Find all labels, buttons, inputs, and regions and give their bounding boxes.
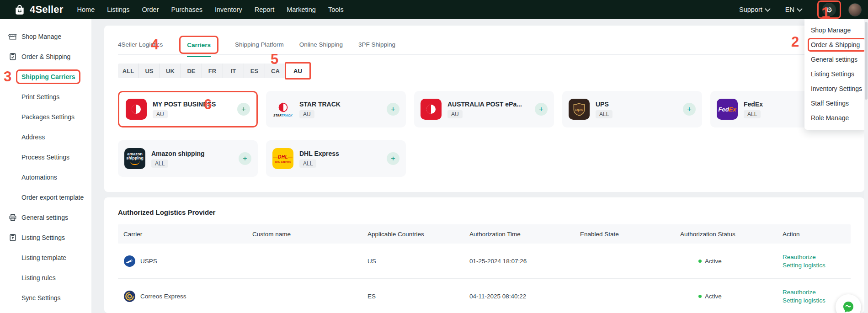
country-filter-us[interactable]: US — [139, 64, 160, 78]
authorized-table: Carrier Custom name Applicable Countries… — [118, 224, 851, 313]
country-filter-au[interactable]: AU — [285, 62, 311, 80]
authorized-panel: Authorized Logistics Provider Carrier Cu… — [104, 197, 864, 313]
carrier-country-tag: AU — [299, 110, 314, 118]
settings-dropdown-menu: Shop Manage Order & Shipping General set… — [804, 19, 867, 130]
chevron-down-icon — [765, 6, 771, 12]
carrier-card-dhl-express[interactable]: —DHL— DHL Express DHL Express ALL + — [266, 140, 406, 177]
carrier-country-tag: ALL — [596, 110, 612, 118]
menu-item-role-manage[interactable]: Role Manage — [804, 111, 867, 125]
country-filter-es[interactable]: ES — [244, 64, 265, 78]
sidebar-item-listing-settings[interactable]: Listing Settings — [0, 228, 91, 248]
table-row: USPS US 01-25-2024 18:07:26 Active Reaut… — [118, 244, 851, 279]
add-carrier-button[interactable]: + — [239, 152, 251, 165]
col-authorization-status: Authorization Status — [675, 231, 777, 238]
tab-3pf-shipping[interactable]: 3PF Shipping — [358, 41, 395, 48]
sidebar-item-shop-manage[interactable]: Shop Manage — [0, 27, 91, 47]
plus-icon: + — [391, 154, 395, 163]
country-filter-de[interactable]: DE — [181, 64, 202, 78]
table-header: Carrier Custom name Applicable Countries… — [118, 224, 851, 244]
nav-item-listings[interactable]: Listings — [107, 6, 129, 13]
listing-clipboard-icon — [8, 233, 17, 242]
nav-item-home[interactable]: Home — [77, 6, 95, 13]
status-dot — [698, 260, 702, 263]
nav-item-order[interactable]: Order — [142, 6, 159, 13]
menu-item-general-settings[interactable]: General settings — [804, 52, 867, 67]
nav-item-inventory[interactable]: Inventory — [215, 6, 242, 13]
sidebar: Shop Manage Order & Shipping Shipping Ca… — [0, 19, 91, 313]
menu-item-listing-settings[interactable]: Listing Settings — [804, 67, 867, 81]
reauthorize-link[interactable]: Reauthorize — [783, 289, 851, 296]
sidebar-item-process-settings[interactable]: Process Settings — [0, 147, 91, 167]
annotation-box-step3: Shipping Carriers — [16, 69, 80, 84]
main-nav: Home Listings Order Purchases Inventory … — [77, 6, 344, 13]
menu-item-inventory-settings[interactable]: Inventory Settings — [804, 81, 867, 96]
tab-shipping-platform[interactable]: Shipping Platform — [235, 41, 284, 48]
country-filter-uk[interactable]: UK — [160, 64, 181, 78]
nav-item-marketing[interactable]: Marketing — [287, 6, 316, 13]
nav-item-tools[interactable]: Tools — [328, 6, 344, 13]
country-filter-fr[interactable]: FR — [202, 64, 223, 78]
scrollbar-thumb[interactable] — [865, 22, 868, 100]
top-nav: 4Seller Home Listings Order Purchases In… — [0, 0, 868, 19]
menu-item-staff-settings[interactable]: Staff Settings — [804, 96, 867, 111]
language-menu[interactable]: EN — [785, 6, 802, 13]
menu-item-label: Listing Settings — [811, 70, 854, 78]
sidebar-item-listing-rules[interactable]: Listing rules — [0, 268, 91, 288]
sidebar-item-order-export-template[interactable]: Order export template — [0, 187, 91, 207]
nav-item-purchases[interactable]: Purchases — [171, 6, 203, 13]
carrier-card-ups[interactable]: ups UPS ALL + — [562, 91, 702, 127]
brand-logo[interactable]: 4Seller — [14, 4, 64, 16]
dhl-logo-icon: —DHL— DHL Express — [272, 148, 293, 169]
tab-online-shipping[interactable]: Online Shipping — [299, 41, 343, 48]
user-avatar[interactable] — [848, 3, 862, 16]
sidebar-item-sync-settings[interactable]: Sync Settings — [0, 288, 91, 308]
sidebar-item-label: Order & Shipping — [21, 53, 70, 60]
carrier-card-amazon-shipping[interactable]: amazon shipping Amazon shipping ALL + — [118, 140, 258, 177]
plus-icon: + — [243, 154, 247, 163]
menu-item-label: Staff Settings — [811, 100, 849, 107]
brand-name: 4Seller — [30, 4, 64, 16]
sidebar-item-address[interactable]: Address — [0, 127, 91, 147]
vertical-scrollbar[interactable] — [864, 19, 868, 313]
add-carrier-button[interactable]: + — [387, 103, 399, 116]
sidebar-item-shipping-carriers[interactable]: Shipping Carriers — [0, 67, 91, 87]
carrier-name: FedEx — [744, 101, 763, 108]
reauthorize-link[interactable]: Reauthorize — [783, 254, 851, 260]
setting-logistics-link[interactable]: Setting logistics — [783, 262, 851, 269]
add-carrier-button[interactable]: + — [237, 103, 250, 116]
startrack-logo-icon: STARTRACK — [272, 99, 293, 120]
sidebar-item-listing-template[interactable]: Listing template — [0, 248, 91, 268]
carrier-card-australia-post[interactable]: AUSTRALIA POST ePa... AU + — [414, 91, 554, 127]
add-carrier-button[interactable]: + — [535, 103, 548, 116]
sidebar-item-label: Listing template — [21, 254, 66, 261]
sidebar-item-general-settings[interactable]: General settings — [0, 207, 91, 228]
tab-carriers[interactable]: Carriers — [187, 42, 211, 48]
annotation-step-1: 1 — [821, 5, 830, 20]
carrier-card-star-track[interactable]: STARTRACK STAR TRACK AU + — [266, 91, 406, 127]
add-carrier-button[interactable]: + — [683, 103, 696, 116]
country-filter-all[interactable]: ALL — [118, 64, 139, 78]
support-menu[interactable]: Support — [739, 6, 770, 13]
storefront-icon — [8, 32, 17, 41]
sidebar-item-label: Automations — [21, 174, 57, 181]
sidebar-item-label: Listing rules — [21, 274, 56, 281]
add-carrier-button[interactable]: + — [387, 152, 399, 165]
sidebar-item-automations[interactable]: Automations — [0, 167, 91, 187]
sidebar-item-print-settings[interactable]: Print Settings — [0, 87, 91, 107]
country-filter-bar: ALL US UK DE FR IT ES CA AU — [118, 64, 309, 78]
menu-item-order-shipping[interactable]: Order & Shipping — [804, 37, 867, 52]
sidebar-item-order-shipping[interactable]: Order & Shipping — [0, 47, 91, 67]
col-applicable-countries: Applicable Countries — [362, 231, 464, 238]
svg-text:ups: ups — [575, 107, 583, 112]
row-carrier-name: USPS — [140, 258, 157, 265]
auspost-logo-icon — [126, 99, 147, 120]
menu-item-shop-manage[interactable]: Shop Manage — [804, 23, 867, 37]
auspost-logo-icon — [421, 99, 442, 120]
nav-item-report[interactable]: Report — [255, 6, 275, 13]
menu-item-label: Role Manage — [811, 114, 849, 122]
carrier-name: UPS — [596, 101, 612, 108]
sidebar-item-packages-settings[interactable]: Packages Settings — [0, 107, 91, 127]
carrier-card-my-post-business[interactable]: MY POST BUSINESS AU + — [118, 91, 258, 127]
country-filter-it[interactable]: IT — [223, 64, 244, 78]
carrier-country-tag: ALL — [744, 110, 761, 118]
